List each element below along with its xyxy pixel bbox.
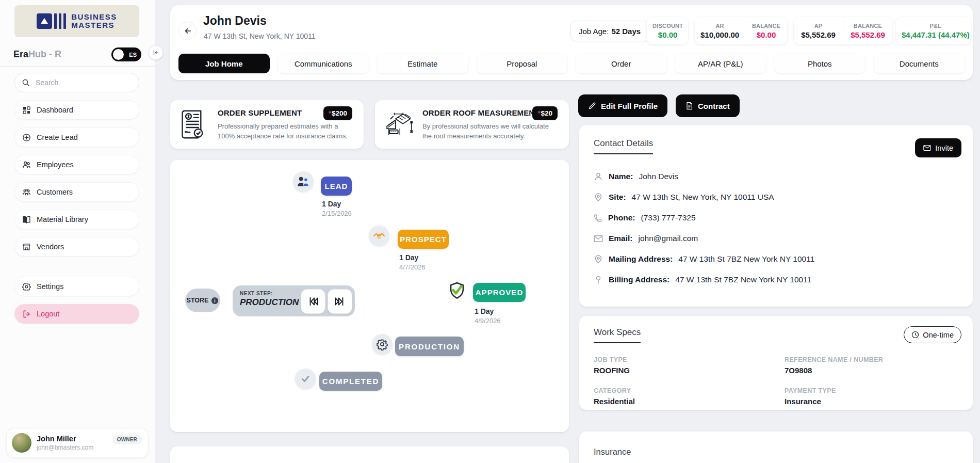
stage-badge-approved: APPROVED [473,283,526,302]
spec-value-category: Residential [594,397,635,406]
stage-badge-lead: LEAD [321,177,352,196]
contact-row-billing-address: Billing Address: 47 W 13th St 7BZ New Yo… [594,274,958,286]
contact-label: Site: [609,193,626,202]
brand-title: EraHub - R [13,49,61,60]
brand-rest: Hub - R [28,49,61,59]
invite-button[interactable]: Invite [915,138,961,157]
roof-measurement-icon [384,111,414,137]
tab-proposal[interactable]: Proposal [477,54,568,73]
tab-job-home[interactable]: Job Home [178,54,270,73]
price-asterisk: * [537,109,540,117]
price-badge: *$200 [323,106,352,120]
previous-stage-button[interactable] [301,289,325,314]
tab-documents[interactable]: Documents [874,54,965,73]
stage-date: 4/7/2026 [399,263,426,272]
contact-row-site: Site: 47 W 13th St, New York, NY 10011 U… [594,191,958,203]
stat-value: $5,552.69 [801,30,836,39]
supplement-document-icon [179,108,207,140]
stat-value: $0.00 [658,30,678,39]
user-email: john@bmasters.com [37,444,93,452]
sidebar-item-label: Create Lead [37,133,78,141]
tab-order[interactable]: Order [576,54,667,73]
book-icon [22,215,31,224]
price-value: $20 [541,109,552,117]
employees-icon [22,161,31,169]
stage-duration: 1 Day [322,199,352,209]
stat-ap-balance: AP $5,552.69 BALANCE $5,552.69 [794,17,892,44]
contact-row-name: Name: John Devis [594,170,958,183]
search-input[interactable] [35,78,132,87]
sidebar-item-label: Employees [37,161,74,169]
store-button[interactable]: STORE [185,289,220,312]
contact-label: Billing Address: [609,275,669,284]
logo-line1: BUSINESS [71,13,117,21]
search-icon [22,78,30,87]
next-stage-button[interactable] [328,289,352,314]
tab-communications[interactable]: Communications [278,54,369,73]
stage-badge-prospect: PROSPECT [398,230,449,249]
tab-estimate[interactable]: Estimate [377,54,468,73]
sidebar-item-employees[interactable]: Employees [14,155,139,174]
edit-full-profile-button[interactable]: Edit Full Profile [578,94,667,117]
sidebar-item-vendors[interactable]: Vendors [14,237,139,257]
tab-apar-pl[interactable]: AP/AR (P&L) [675,54,766,73]
price-badge: *$20 [532,106,558,120]
sidebar-item-material-library[interactable]: Material Library [14,210,139,229]
location-pin-icon [594,275,603,284]
stat-label: AP [814,23,823,29]
stat-value: $0.00 [757,30,776,39]
stat-label: BALANCE [752,23,780,29]
language-toggle[interactable]: ES [111,47,141,61]
stage-date: 4/9/2026 [475,316,501,326]
dashboard-icon [22,106,31,115]
brand-bold: Era [13,49,28,59]
spec-value-reference: 7O9808 [785,366,812,375]
stat-label: BALANCE [854,23,882,29]
job-workflow-card: LEAD 1 Day 2/15/2026 PROSPECT 1 Day 4/7/… [170,160,569,432]
contact-value: 47 W 13th St, New York, NY 10011 USA [632,193,774,202]
owner-badge: OWNER [112,435,142,444]
sidebar-item-label: Customers [37,188,73,196]
tab-photos[interactable]: Photos [774,54,865,73]
stat-label: P&L [930,23,942,29]
clock-icon [911,331,919,339]
sidebar-item-label: Vendors [37,243,64,251]
spec-value-job-type: ROOFING [594,366,630,375]
logo-text: BUSINESS MASTERS [71,13,117,29]
user-profile-card[interactable]: John Miller john@bmasters.com OWNER [6,428,149,458]
lead-stage-meta: 1 Day 2/15/2026 [322,199,352,218]
contact-row-mailing-address: Mailing Address: 47 W 13th St 7BZ New Yo… [594,253,958,265]
price-value: $200 [332,109,347,117]
sidebar-item-logout[interactable]: Logout [14,304,139,324]
logout-icon [22,310,31,318]
person-icon [594,172,603,181]
contract-button[interactable]: Contract [676,94,740,117]
collapse-icon [152,49,159,56]
stat-value: $4,447.31 (44.47%) [902,30,970,39]
one-time-badge: One-time [904,326,961,343]
order-supplement-card[interactable]: ORDER SUPPLEMENT *$200 Professionally pr… [170,100,364,149]
order-card-title: ORDER ROOF MEASUREMENT [422,108,540,117]
contact-label: Mailing Address: [609,254,673,264]
order-card-description: By professional softwares we will calcul… [422,122,558,141]
sidebar-item-dashboard[interactable]: Dashboard [14,100,139,120]
customers-icon [22,188,31,197]
spec-label-payment-type: PAYMENT TYPE [785,387,836,394]
sidebar-item-create-lead[interactable]: Create Lead [14,127,139,147]
sidebar-collapse-button[interactable] [149,45,163,60]
contact-value: John Devis [639,172,678,181]
order-roof-measurement-card[interactable]: ORDER ROOF MEASUREMENT *$20 By professio… [375,100,569,149]
job-age-label: Job Age: [579,27,609,36]
sidebar-item-label: Settings [37,282,63,291]
stage-badge-production: PRODUCTION [395,337,464,356]
contact-details-title: Contact Details [594,138,653,154]
spec-label-category: CATEGORY [594,387,631,394]
sidebar-item-settings[interactable]: Settings [14,277,139,296]
sidebar-item-customers[interactable]: Customers [14,182,139,202]
sidebar-divider [0,66,155,67]
search-box[interactable] [14,73,139,92]
back-button[interactable] [178,22,197,40]
stage-duration: 1 Day [399,253,426,263]
next-step-value: PRODUCTION [240,297,299,308]
user-name: John Miller [37,434,93,443]
